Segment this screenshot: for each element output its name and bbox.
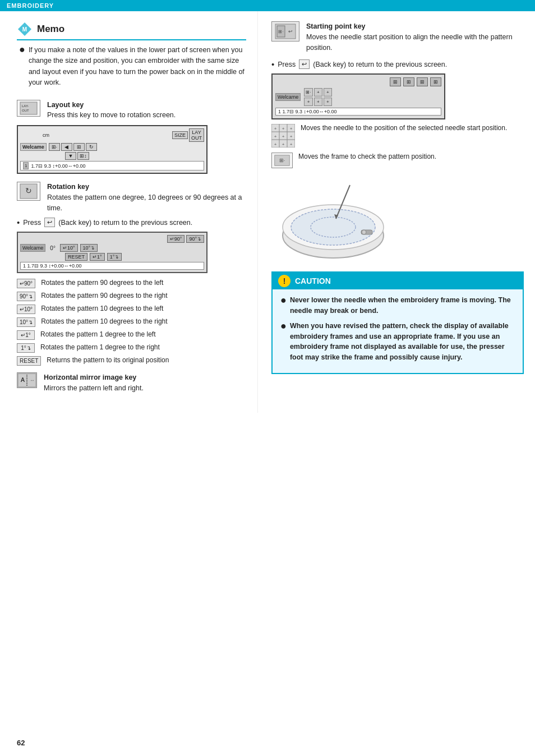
svg-text:⊞·: ⊞· <box>278 29 283 34</box>
svg-text:+: + <box>274 134 277 139</box>
sr-cell-5: + <box>314 98 322 106</box>
rot-btn-desc-1: Rotates the pattern 90 degrees to the ri… <box>41 292 167 299</box>
caution-dot-1: ● <box>280 295 287 316</box>
layout-key-row: LAY- OUT Layout key Press this key to mo… <box>17 100 246 121</box>
rot-btn-icon-6: RESET <box>17 356 41 366</box>
mirror-key-desc: Horizontal mirror image key Mirrors the … <box>44 372 144 394</box>
needle-grid-row: + + + + + + + + + Moves the needle to th… <box>271 124 524 149</box>
sr-btn-2: ⊞ <box>403 77 414 86</box>
mirror-key-icon: A A ↔ <box>17 372 37 388</box>
screen-left-btn: ◀ <box>61 143 72 151</box>
header-label: EMBROIDERY <box>7 2 54 9</box>
screen-status-text: 1.7⊟ 9.3 ↕+0.00↔+0.00 <box>31 163 85 169</box>
rot-btn-row-6: RESET Returns the pattern to its origina… <box>17 356 246 366</box>
layout-key-desc: Layout key Press this key to move to rot… <box>47 100 176 121</box>
layout-screen-mockup: cm SIZE LAYOUT Welcame ⊞· ◀ ⊞ ↻ <box>17 125 207 174</box>
rot-btn-desc-4: Rotates the pattern 1 degree to the left <box>40 330 155 338</box>
screen-num-icon: 1 <box>23 162 29 169</box>
caution-item-2: ● When you have revised the pattern, che… <box>280 321 515 363</box>
needle-move-section: + + + + + + + + + Moves the needle to th… <box>271 124 524 168</box>
right-screen-mockup: ⊞ ⊞ ⊞ ⊞ Welcame ⊞· + + + + + 1 1.7⊟ 9.3 … <box>271 73 445 119</box>
press-text-after-1: (Back key) to return to the previous scr… <box>58 219 192 227</box>
caution-text-2: When you have revised the pattern, check… <box>290 321 515 363</box>
sr-top-row: ⊞ ⊞ ⊞ ⊞ <box>275 77 441 86</box>
screen-cm-label: cm <box>43 132 49 138</box>
svg-point-34 <box>291 209 375 245</box>
screen-top-buttons: SIZE LAYOUT <box>172 128 204 142</box>
svg-text:+: + <box>282 134 285 139</box>
mirror-key-text: Mirrors the pattern left and right. <box>44 383 144 394</box>
starting-point-key-section: ⊞· ↩ Starting point key Moves the needle… <box>271 21 524 53</box>
svg-text:⊞·: ⊞· <box>279 158 285 163</box>
svg-text:LAY-: LAY- <box>22 104 29 108</box>
screen-rotate-btn: ↻ <box>86 143 97 151</box>
svg-text:A: A <box>21 377 25 383</box>
sr-cell-3: + <box>324 88 332 96</box>
rot-btn-icon-2: ↵10° <box>17 305 35 314</box>
header-bar: EMBROIDERY <box>0 0 535 11</box>
rot-btn-icon-5: 1°↴ <box>17 343 35 353</box>
needle-move-text: Moves the needle to the position of the … <box>301 124 507 132</box>
rs-welcame-label: Welcame <box>20 244 45 252</box>
screen-main-row: Welcame ⊞· ◀ ⊞ ↻ <box>20 143 204 151</box>
page-content: M Memo ● If you make a note of the value… <box>0 11 535 413</box>
rot-btn-icon-3: 10°↴ <box>17 317 35 327</box>
frame-illustration <box>271 174 395 264</box>
press-back-line-1: • Press ↩ (Back key) to return to the pr… <box>17 218 246 227</box>
bullet-dot: ● <box>19 44 25 89</box>
rot-btn-desc-3: Rotates the pattern 10 degrees to the ri… <box>41 317 167 325</box>
svg-text:+: + <box>290 142 293 147</box>
sr-cell-4: + <box>304 98 312 106</box>
screen-center-buttons: ⊞· ◀ ⊞ ↻ <box>49 143 97 151</box>
rs-btn-90l: ↵90° <box>167 235 185 243</box>
caution-box: ! CAUTION ● Never lower the needle when … <box>271 271 524 374</box>
svg-text:+: + <box>290 134 293 139</box>
rotation-key-row: ↻ Rotation key Rotates the pattern one d… <box>17 182 246 213</box>
rs-reset-btn: RESET <box>65 253 87 261</box>
rs-middle-row: Welcame 0° ↵10° 10°↴ <box>20 244 204 252</box>
rot-btn-icon-0: ↵90° <box>17 279 35 288</box>
sr-middle-section: Welcame ⊞· + + + + + <box>275 88 441 106</box>
right-column: ⊞· ↩ Starting point key Moves the needle… <box>258 11 535 413</box>
frame-move-text: Moves the frame to check the pattern pos… <box>298 153 436 160</box>
caution-dot-2: ● <box>280 321 287 363</box>
back-key-icon-1: ↩ <box>44 218 55 227</box>
memo-body: ● If you make a note of the values in th… <box>17 45 246 89</box>
frame-move-icon: ⊞· <box>271 153 293 168</box>
back-key-icon-right: ↩ <box>299 59 310 69</box>
memo-title: Memo <box>37 24 64 35</box>
sr-cell-1: ⊞· <box>304 88 312 96</box>
svg-text:+: + <box>282 142 285 147</box>
frame-move-row: ⊞· Moves the frame to check the pattern … <box>271 153 524 168</box>
rot-btn-desc-5: Rotates the pattern 1 degree to the righ… <box>40 343 160 351</box>
rs-btn-90r: 90°↴ <box>186 235 204 243</box>
sr-status-bar: 1 1.7⊟ 9.3 ↕+0.00↔+0.00 <box>275 108 441 116</box>
rot-btn-icon-1: 90°↴ <box>17 292 35 301</box>
layout-key-section: LAY- OUT Layout key Press this key to mo… <box>17 100 246 174</box>
svg-point-39 <box>362 230 366 234</box>
page-number: 62 <box>17 739 25 747</box>
memo-icon: M <box>17 21 33 37</box>
sr-btn-4: ⊞ <box>430 77 441 86</box>
press-text-right-1: Press <box>278 61 296 68</box>
rs-btn-10l: ↵10° <box>60 244 78 252</box>
mirror-key-name: Horizontal mirror image key <box>44 372 144 383</box>
sr-cell-2: + <box>314 88 322 96</box>
rs-btn-1r: 1°↴ <box>107 253 122 261</box>
svg-text:+: + <box>282 126 285 131</box>
layout-key-name: Layout key <box>47 100 176 110</box>
rotation-key-name: Rotation key <box>47 182 246 192</box>
starting-point-key-name: Starting point key <box>306 21 524 32</box>
layout-key-icon: LAY- OUT <box>17 100 40 117</box>
screen-bottom-buttons: ▼ ⊞↕ <box>65 152 89 160</box>
rs-top-buttons: ↵90° 90°↴ <box>20 235 204 243</box>
sr-cell-6: + <box>324 98 332 106</box>
starting-point-key-icon: ⊞· ↩ <box>271 21 299 42</box>
svg-text:↩: ↩ <box>288 29 293 34</box>
needle-grid-icon: + + + + + + + + + <box>271 124 295 149</box>
screen-bottom-row: ▼ ⊞↕ <box>20 152 204 160</box>
sr-welcame-label: Welcame <box>275 93 301 101</box>
press-text-right-2: (Back key) to return to the previous scr… <box>313 61 447 68</box>
rs-status-bar: 1 1.7⊟ 9.3 ↕+0.00↔+0.00 <box>20 262 204 270</box>
mirror-key-row: A A ↔ Horizontal mirror image key Mirror… <box>17 372 246 394</box>
